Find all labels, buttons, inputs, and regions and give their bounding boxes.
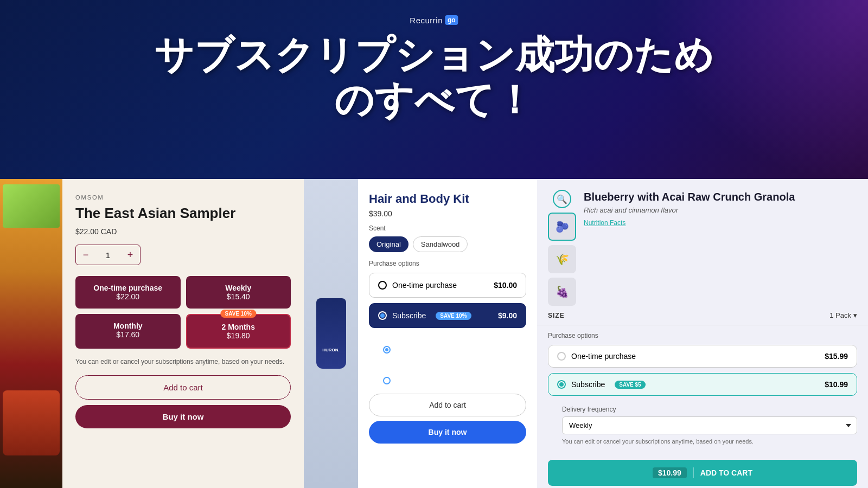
- card3-thumbnails: 🔍 🫐 🌾 🍇: [548, 190, 576, 306]
- card3-delivery-note: You can edit or cancel your subscription…: [562, 438, 857, 446]
- weekly-label: Weekly: [395, 345, 418, 354]
- card2-add-cart-button[interactable]: Add to cart: [369, 394, 526, 416]
- card2-price: $39.00: [369, 209, 526, 218]
- subscribe-option-left: Subscribe SAVE 10%: [378, 311, 471, 320]
- option-2months[interactable]: SAVE 10% 2 Months $19.80: [186, 314, 291, 349]
- card3-subscribe-radio: [557, 380, 566, 389]
- card2-content: Hair and Body Kit $39.00 Scent Original …: [358, 179, 537, 488]
- delivery-section: Delivery frequency Weekly You can edit o…: [369, 333, 526, 385]
- option-monthly[interactable]: Monthly $17.60: [75, 314, 181, 349]
- option-weekly-label: Weekly: [193, 284, 285, 292]
- monthly-delivery-option[interactable]: Monthly: [383, 377, 526, 385]
- card1-price: $22.00 CAD: [75, 227, 291, 236]
- thumb-1-image: 🫐: [549, 214, 575, 240]
- scent-original-button[interactable]: Original: [369, 236, 409, 252]
- card3-save-badge: SAVE $5: [615, 381, 645, 389]
- card3-subscribe-row[interactable]: Subscribe SAVE $5 $10.99: [548, 373, 857, 396]
- btn-divider: [693, 467, 694, 478]
- one-time-option-row[interactable]: One-time purchase $10.00: [369, 273, 526, 298]
- logo-go: go: [445, 15, 458, 25]
- option-2months-label: 2 Months: [194, 323, 284, 331]
- card3-subscribe-name: Subscribe: [571, 380, 605, 389]
- headline-line1: サブスクリプション成功のため: [54, 33, 814, 78]
- card3-delivery-select[interactable]: Weekly Monthly: [562, 416, 857, 434]
- card3-one-time-left: One-time purchase: [557, 352, 636, 361]
- qty-increase-button[interactable]: +: [120, 245, 140, 265]
- card3-add-price: $10.99: [653, 467, 687, 478]
- quantity-control: − 1 +: [75, 245, 141, 265]
- logo: Recurrin go: [410, 15, 458, 25]
- card3-add-cart-button[interactable]: $10.99 ADD TO CART: [548, 460, 857, 486]
- card-granola: 🔍 🫐 🌾 🍇 Blueberry with Acai Raw Crunch G…: [537, 179, 868, 488]
- delivery-note: You can edit or cancel your subscription…: [395, 356, 526, 373]
- card3-add-label: ADD TO CART: [700, 468, 752, 477]
- subscribe-save-badge: SAVE 10%: [436, 312, 471, 320]
- monthly-radio-dot: [383, 377, 391, 384]
- size-row: SIZE 1 Pack ▾: [537, 306, 868, 325]
- thumb-2[interactable]: 🌾: [548, 245, 576, 273]
- headline: サブスクリプション成功のため のすべて！: [0, 33, 868, 123]
- size-label: SIZE: [548, 312, 565, 319]
- one-time-radio: [378, 281, 387, 290]
- card3-title: Blueberry with Acai Raw Crunch Granola: [584, 190, 857, 204]
- bottle-image: [316, 298, 346, 369]
- qty-value: 1: [95, 251, 120, 260]
- thumb-3-image: 🍇: [548, 278, 576, 306]
- add-to-cart-button[interactable]: Add to cart: [75, 375, 291, 400]
- card2-image: [304, 179, 358, 488]
- card3-one-time-radio: [557, 352, 566, 361]
- card3-delivery-label: Delivery frequency: [562, 406, 857, 413]
- option-weekly[interactable]: Weekly $15.40: [186, 276, 291, 309]
- subscribe-option-price: $9.00: [498, 311, 517, 320]
- option-one-time-label: One-time purchase: [82, 284, 174, 292]
- delivery-label: Delivery frequency: [383, 333, 526, 341]
- thumb-1[interactable]: 🫐: [548, 213, 576, 241]
- nutrition-facts-link[interactable]: Nutrition Facts: [584, 219, 626, 227]
- option-one-time-price: $22.00: [82, 292, 174, 301]
- one-time-option-price: $10.00: [494, 281, 517, 290]
- one-time-option-name: One-time purchase: [392, 281, 457, 290]
- buy-now-button[interactable]: Buy it now: [75, 405, 291, 428]
- card1-content: OMSOM The East Asian Sampler $22.00 CAD …: [62, 179, 304, 488]
- one-time-option-left: One-time purchase: [378, 281, 457, 290]
- thumb-3[interactable]: 🍇: [548, 278, 576, 306]
- option-one-time[interactable]: One-time purchase $22.00: [75, 276, 181, 309]
- subscribe-option-row[interactable]: Subscribe SAVE 10% $9.00: [369, 303, 526, 328]
- card3-subscribe-left: Subscribe SAVE $5: [557, 380, 646, 389]
- subscribe-option-name: Subscribe: [392, 311, 426, 320]
- option-monthly-label: Monthly: [82, 322, 174, 330]
- card2-buy-now-button[interactable]: Buy it now: [369, 421, 526, 444]
- card1-title: The East Asian Sampler: [75, 205, 291, 222]
- size-value[interactable]: 1 Pack ▾: [829, 311, 857, 319]
- card3-one-time-price: $15.99: [825, 352, 848, 361]
- card3-purchase-options: Purchase options One-time purchase $15.9…: [537, 325, 868, 454]
- purchase-options-grid: One-time purchase $22.00 Weekly $15.40 M…: [75, 276, 291, 349]
- scent-sandalwood-button[interactable]: Sandalwood: [413, 236, 468, 252]
- card3-subtitle: Rich acai and cinnamon flavor: [584, 206, 857, 214]
- search-icon[interactable]: 🔍: [553, 190, 571, 208]
- save-badge: SAVE 10%: [221, 310, 256, 318]
- cards-container: OMSOM The East Asian Sampler $22.00 CAD …: [0, 179, 868, 488]
- weekly-delivery-option[interactable]: Weekly: [383, 345, 526, 354]
- monthly-label: Monthly: [395, 377, 420, 385]
- option-monthly-price: $17.60: [82, 330, 174, 339]
- logo-text: Recurrin: [410, 16, 443, 25]
- subscribe-radio: [378, 311, 387, 320]
- scent-label: Scent: [369, 224, 526, 232]
- purchase-options-label: Purchase options: [369, 260, 526, 267]
- card-omsom: OMSOM The East Asian Sampler $22.00 CAD …: [0, 179, 304, 488]
- scent-options: Original Sandalwood: [369, 236, 526, 252]
- option-weekly-price: $15.40: [193, 292, 285, 301]
- card3-one-time-row[interactable]: One-time purchase $15.99: [548, 345, 857, 368]
- card1-image: [0, 179, 62, 488]
- card-hair-body: Hair and Body Kit $39.00 Scent Original …: [304, 179, 537, 488]
- note-text: You can edit or cancel your subscription…: [75, 357, 291, 367]
- card2-title: Hair and Body Kit: [369, 192, 526, 206]
- card1-brand: OMSOM: [75, 194, 291, 201]
- card3-header: 🔍 🫐 🌾 🍇 Blueberry with Acai Raw Crunch G…: [537, 179, 868, 306]
- qty-decrease-button[interactable]: −: [76, 245, 95, 265]
- card3-info: Blueberry with Acai Raw Crunch Granola R…: [584, 190, 857, 227]
- card3-delivery-section: Delivery frequency Weekly Monthly You ca…: [548, 401, 857, 448]
- thumb-2-image: 🌾: [548, 245, 576, 273]
- card3-one-time-name: One-time purchase: [571, 352, 636, 361]
